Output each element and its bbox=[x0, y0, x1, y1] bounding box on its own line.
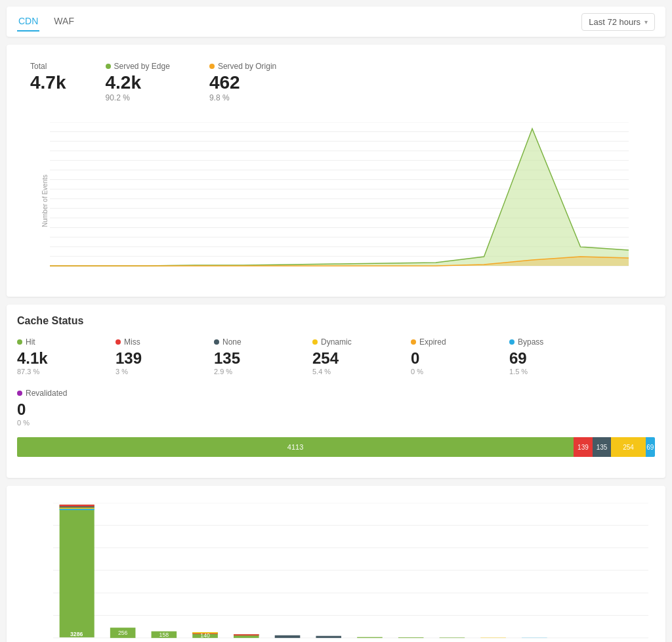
svg-rect-62 bbox=[60, 507, 94, 508]
miss-dot bbox=[116, 339, 121, 345]
stacked-bypass: 69 bbox=[646, 437, 655, 457]
svg-rect-79 bbox=[234, 634, 259, 635]
svg-text:3286: 3286 bbox=[70, 631, 83, 637]
chart-y-label: Number of Events bbox=[41, 175, 49, 227]
cache-miss-pct: 3 % bbox=[116, 368, 194, 375]
stacked-hit: 4113 bbox=[17, 437, 574, 457]
cache-revalidated-value: 0 bbox=[17, 400, 96, 419]
cache-status-title: Cache Status bbox=[17, 315, 655, 327]
bypass-dot bbox=[509, 339, 514, 345]
cache-dynamic-pct: 5.4 % bbox=[312, 368, 391, 375]
cache-hit-pct: 87.3 % bbox=[17, 368, 96, 375]
tab-waf[interactable]: WAF bbox=[52, 12, 75, 32]
revalidated-dot bbox=[17, 391, 22, 396]
stats-row: Total 4.7k Served by Edge 4.2k 90.2 % Se… bbox=[17, 55, 655, 116]
svg-marker-32 bbox=[50, 129, 629, 266]
cache-stat-bypass: Bypass 69 1.5 % bbox=[509, 337, 588, 375]
svg-rect-85 bbox=[357, 637, 383, 638]
edge-dot bbox=[106, 64, 111, 69]
cache-hit-value: 4.1k bbox=[17, 349, 96, 368]
stat-total-value: 4.7k bbox=[30, 74, 66, 92]
svg-rect-83 bbox=[316, 636, 341, 638]
cache-dynamic-value: 254 bbox=[312, 349, 391, 368]
svg-text:256: 256 bbox=[118, 630, 128, 636]
line-chart-container: Number of Events 3000 bbox=[17, 116, 655, 286]
time-selector[interactable]: Last 72 hours ▾ bbox=[581, 13, 655, 31]
stat-origin-value: 462 bbox=[209, 74, 240, 92]
svg-rect-63 bbox=[60, 507, 94, 509]
stat-edge-pct: 90.2 % bbox=[106, 93, 130, 102]
bar-chart-svg: 3000 2500 2000 1500 1000 500 0 3286 html… bbox=[53, 503, 648, 642]
time-selector-label: Last 72 hours bbox=[589, 17, 640, 27]
svg-rect-87 bbox=[398, 637, 424, 638]
svg-rect-61 bbox=[60, 505, 94, 507]
overview-card: Total 4.7k Served by Edge 4.2k 90.2 % Se… bbox=[7, 45, 665, 297]
cache-expired-pct: 0 % bbox=[411, 368, 490, 375]
stat-origin: Served by Origin 462 9.8 % bbox=[209, 62, 276, 102]
tab-cdn[interactable]: CDN bbox=[17, 12, 39, 32]
svg-rect-81 bbox=[275, 635, 301, 638]
cache-miss-value: 139 bbox=[116, 349, 194, 368]
stat-total: Total 4.7k bbox=[30, 62, 66, 92]
cache-revalidated-pct: 0 % bbox=[17, 419, 96, 427]
svg-rect-89 bbox=[440, 637, 465, 638]
cache-stat-expired: Expired 0 0 % bbox=[411, 337, 490, 375]
stat-origin-pct: 9.8 % bbox=[209, 93, 230, 102]
stat-edge: Served by Edge 4.2k 90.2 % bbox=[106, 62, 170, 102]
chevron-down-icon: ▾ bbox=[644, 18, 648, 26]
origin-dot bbox=[209, 64, 215, 69]
bar-chart-wrapper: 3000 2500 2000 1500 1000 500 0 3286 html… bbox=[17, 496, 655, 642]
page: CDN WAF Last 72 hours ▾ Total 4.7k Serve… bbox=[0, 0, 672, 642]
svg-text:140: 140 bbox=[200, 632, 210, 639]
cache-bypass-value: 69 bbox=[509, 349, 588, 368]
stacked-none: 135 bbox=[593, 437, 612, 457]
stacked-dynamic: 254 bbox=[611, 437, 645, 457]
cache-status-card: Cache Status Hit 4.1k 87.3 % Miss 139 3 … bbox=[7, 305, 665, 478]
stat-total-label: Total bbox=[30, 62, 47, 71]
stat-edge-value: 4.2k bbox=[106, 74, 142, 92]
svg-rect-64 bbox=[60, 509, 94, 510]
stat-edge-label: Served by Edge bbox=[106, 62, 170, 71]
expired-dot bbox=[411, 339, 416, 345]
cache-stats-row: Hit 4.1k 87.3 % Miss 139 3 % None 135 bbox=[17, 337, 655, 386]
svg-rect-60 bbox=[60, 505, 94, 637]
stacked-miss: 139 bbox=[574, 437, 593, 457]
main-tabs: CDN WAF bbox=[17, 12, 75, 32]
cache-none-value: 135 bbox=[214, 349, 293, 368]
line-chart-svg: 3000 2800 2600 2400 2200 2000 1800 1600 … bbox=[50, 122, 629, 267]
cache-stat-none: None 135 2.9 % bbox=[214, 337, 293, 375]
header-card: CDN WAF Last 72 hours ▾ bbox=[7, 7, 665, 37]
dynamic-dot bbox=[312, 339, 318, 345]
cache-stat-dynamic: Dynamic 254 5.4 % bbox=[312, 337, 391, 375]
none-dot bbox=[214, 339, 219, 345]
cache-stat-miss: Miss 139 3 % bbox=[116, 337, 194, 375]
cache-expired-value: 0 bbox=[411, 349, 490, 368]
cache-none-pct: 2.9 % bbox=[214, 368, 293, 375]
stacked-bar: 4113 139 135 254 69 bbox=[17, 437, 655, 457]
hit-dot bbox=[17, 339, 22, 345]
svg-text:158: 158 bbox=[159, 631, 169, 638]
cache-stat-revalidated: Revalidated 0 0 % bbox=[17, 389, 96, 427]
bar-chart-card: 3000 2500 2000 1500 1000 500 0 3286 html… bbox=[7, 486, 665, 642]
cache-bypass-pct: 1.5 % bbox=[509, 368, 588, 375]
cache-stat-hit: Hit 4.1k 87.3 % bbox=[17, 337, 96, 375]
stat-origin-label: Served by Origin bbox=[209, 62, 276, 71]
